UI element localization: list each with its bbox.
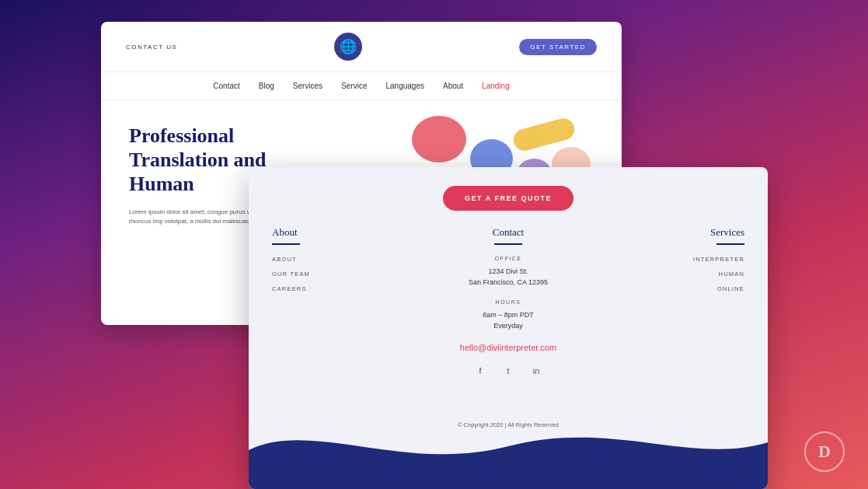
about-col-title: About [272,226,430,239]
nav-contact[interactable]: Contact [213,82,239,90]
globe-icon: 🌐 [334,33,362,61]
hours-label: HOURS [430,299,587,305]
about-item-our-team[interactable]: OUR TEAM [272,271,430,278]
office-label: OFFICE [430,256,587,261]
cta-button-wrap: GET A FREE QUOTE [249,167,768,226]
nav-landing[interactable]: Landing [482,82,510,90]
contact-column: Contact OFFICE 1234 Divi St. San Francis… [430,226,587,352]
contact-col-title: Contact [430,226,587,239]
contact-col-line [494,243,522,245]
wave-section [249,403,768,489]
services-item-interpreter[interactable]: INTERPRETER [587,256,744,263]
divi-watermark: D [804,431,845,472]
services-col-title: Services [587,226,744,239]
get-free-quote-button[interactable]: GET A FREE QUOTE [443,186,573,211]
facebook-icon[interactable]: f [472,363,488,379]
hero-body: Lorem ipsum dolor sit amet, congue purus… [129,208,269,228]
about-col-line [272,243,300,245]
twitter-icon[interactable]: t [500,363,516,379]
address-line2: San Francisco, CA 12395 [469,278,548,286]
nav-services[interactable]: Services [293,82,322,90]
about-column: About ABOUT OUR TEAM CAREERS [272,226,430,352]
linkedin-icon[interactable]: in [528,363,544,379]
social-row: f t in [249,363,768,379]
hours-days: Everyday [493,322,523,330]
services-item-online[interactable]: ONLINE [587,285,744,292]
blob-red [412,116,466,162]
back-card-header: CONTACT US 🌐 GET STARTED [101,22,622,72]
contact-us-label: CONTACT US [126,44,177,51]
address-line1: 1234 Divi St. [488,267,528,275]
services-item-human[interactable]: HUMAN [587,271,744,278]
nav-about[interactable]: About [443,82,463,90]
hours-time: 6am – 8pm PDT [483,311,534,319]
contact-email[interactable]: hello@diviinterpreter.com [430,343,587,352]
nav-languages[interactable]: Languages [385,82,424,90]
footer-columns: About ABOUT OUR TEAM CAREERS Contact OFF… [249,226,768,352]
get-started-button[interactable]: GET STARTED [519,39,597,55]
about-item-about[interactable]: ABOUT [272,256,430,263]
services-col-line [716,243,744,245]
services-column: Services INTERPRETER HUMAN ONLINE [587,226,744,352]
divi-logo-letter: D [818,442,831,462]
nav-blog[interactable]: Blog [259,82,274,90]
hours-value: 6am – 8pm PDT Everyday [430,309,587,332]
copyright-bar: © Copyright 2020 | All Rights Reserved [249,421,768,428]
nav-service[interactable]: Service [341,82,367,90]
about-item-careers[interactable]: CAREERS [272,285,430,292]
back-card-nav: Contact Blog Services Service Languages … [101,72,622,100]
front-footer-card: GET A FREE QUOTE About ABOUT OUR TEAM CA… [249,167,768,489]
contact-address: 1234 Divi St. San Francisco, CA 12395 [430,266,587,288]
